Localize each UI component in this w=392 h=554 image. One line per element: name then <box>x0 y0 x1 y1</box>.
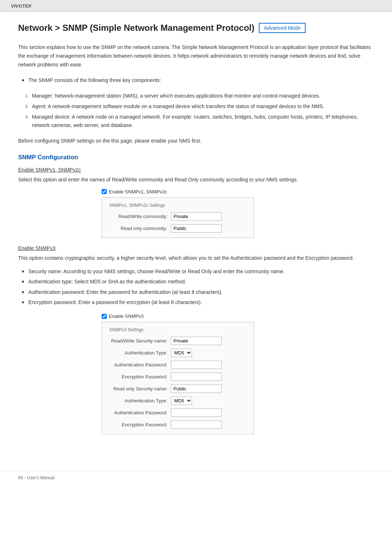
snmpv3-bullet-3: Encryption password: Enter a password fo… <box>22 298 374 306</box>
snmpv3-bullet-2: Authentication password: Enter the passw… <box>22 288 374 296</box>
snmp-bullet-item: The SNMP consists of the following three… <box>22 76 374 84</box>
snmpv3-ro-authtype-label: Authentication Type: <box>109 398 167 403</box>
snmpv3-rw-authpw-label: Authentication Password: <box>109 362 167 368</box>
list-item: 2. Agent: A network-management software … <box>25 102 374 111</box>
snmp-ordered-list: 1. Manager: Network-management station (… <box>18 92 374 130</box>
snmpv1-section: Enable SNMPv1, SNMPv2c Select this optio… <box>18 167 374 238</box>
snmpv3-description: This option contains cryptographic secur… <box>18 254 374 262</box>
snmpv3-rw-encpw-input[interactable] <box>171 373 222 381</box>
snmpv1-rw-row: Read/Write community: <box>109 212 246 221</box>
before-config-text: Before configuring SNMP settings on the … <box>18 137 374 145</box>
snmpv3-checkbox-label: Enable SNMPv3 <box>109 313 143 319</box>
top-bar: VIVOTEK <box>0 0 392 12</box>
snmpv3-ro-name-input[interactable] <box>171 385 222 393</box>
snmpv3-settings-block: Enable SNMPv3 SNMPv3 Settings Read/Write… <box>102 313 374 434</box>
snmpv3-rw-authtype-label: Authentication Type: <box>109 350 167 356</box>
snmpv3-ro-encpw-input[interactable] <box>171 420 222 429</box>
snmpv3-ro-authpw-input[interactable] <box>171 409 222 417</box>
snmpv3-bullet-0: Security name: According to your NMS set… <box>22 267 374 275</box>
page-header: Network > SNMP (Simple Network Managemen… <box>18 23 374 33</box>
snmpv3-rw-encpw-row: Encryption Password: <box>109 373 246 381</box>
snmpv1-settings-title: SNMPv1, SNMPv2c Settings <box>109 203 246 208</box>
advanced-mode-button[interactable]: Advanced Mode <box>259 23 306 33</box>
snmpv1-ro-input[interactable] <box>171 224 222 233</box>
snmpv3-bullets: Security name: According to your NMS set… <box>18 267 374 307</box>
snmpv3-checkbox-row[interactable]: Enable SNMPv3 <box>102 313 374 319</box>
snmpv3-ro-authtype-select[interactable]: MD5 SHA <box>171 397 192 405</box>
intro-paragraph: This section explains how to use the SNM… <box>18 43 374 69</box>
snmpv1-checkbox-label: Enable SNMPv1, SNMPv2c <box>109 189 167 194</box>
snmpv3-rw-name-input[interactable] <box>171 337 222 345</box>
list-text: Managed device: A network node on a mana… <box>32 113 374 130</box>
list-num: 2. <box>25 102 32 111</box>
snmpv3-rw-name-label: Read/Write Security name: <box>109 338 167 344</box>
footer-text: 66 - User's Manual <box>18 475 54 480</box>
main-content: Network > SNMP (Simple Network Managemen… <box>0 12 392 460</box>
snmpv3-checkbox[interactable] <box>102 314 107 319</box>
snmpv1-ro-row: Read only community: <box>109 224 246 233</box>
snmpv3-ro-encpw-row: Encryption Password: <box>109 420 246 429</box>
snmpv3-rw-encpw-label: Encryption Password: <box>109 374 167 379</box>
snmpv1-rw-label: Read/Write community: <box>109 214 167 219</box>
snmpv3-rw-authtype-select[interactable]: MD5 SHA <box>171 349 192 357</box>
snmpv1-settings-block: Enable SNMPv1, SNMPv2c SNMPv1, SNMPv2c S… <box>102 189 374 238</box>
snmpv3-rw-authtype-row: Authentication Type: MD5 SHA <box>109 349 246 357</box>
snmpv3-rw-name-row: Read/Write Security name: <box>109 337 246 345</box>
snmpv1-settings-box: SNMPv1, SNMPv2c Settings Read/Write comm… <box>102 197 254 238</box>
snmpv3-ro-encpw-label: Encryption Password: <box>109 422 167 427</box>
snmpv1-checkbox-row[interactable]: Enable SNMPv1, SNMPv2c <box>102 189 374 194</box>
list-text: Manager: Network-management station (NMS… <box>32 92 320 100</box>
list-text: Agent: A network-management software mod… <box>32 102 324 111</box>
snmpv1-ro-label: Read only community: <box>109 226 167 231</box>
page-footer: 66 - User's Manual <box>0 471 392 485</box>
list-num: 1. <box>25 92 32 100</box>
snmpv3-ro-name-row: Read only Security name: <box>109 385 246 393</box>
snmpv3-ro-authtype-row: Authentication Type: MD5 SHA <box>109 397 246 405</box>
brand-name: VIVOTEK <box>11 3 32 9</box>
list-num: 3. <box>25 113 32 130</box>
snmp-config-section-title: SNMP Configuration <box>18 154 374 161</box>
snmpv3-settings-title: SNMPv3 Settings <box>109 327 246 332</box>
snmp-components-list: The SNMP consists of the following three… <box>18 76 374 84</box>
snmpv3-ro-authpw-row: Authentication Password: <box>109 409 246 417</box>
list-item: 3. Managed device: A network node on a m… <box>25 113 374 130</box>
snmpv3-ro-name-label: Read only Security name: <box>109 386 167 391</box>
snmpv3-section: Enable SNMPv3 This option contains crypt… <box>18 245 374 435</box>
snmpv1-description: Select this option and enter the names o… <box>18 176 374 184</box>
snmpv3-ro-authpw-label: Authentication Password: <box>109 410 167 415</box>
snmpv1-title: Enable SNMPv1, SNMPv2c <box>18 167 374 173</box>
snmpv3-rw-authpw-input[interactable] <box>171 361 222 369</box>
snmpv3-settings-box: SNMPv3 Settings Read/Write Security name… <box>102 322 254 434</box>
snmpv1-rw-input[interactable] <box>171 212 222 221</box>
snmpv3-rw-authpw-row: Authentication Password: <box>109 361 246 369</box>
snmpv3-bullet-1: Authentication type: Select MD5 or SHA a… <box>22 278 374 286</box>
snmpv3-title: Enable SNMPv3 <box>18 245 374 251</box>
list-item: 1. Manager: Network-management station (… <box>25 92 374 100</box>
snmpv1-checkbox[interactable] <box>102 189 107 194</box>
page-title: Network > SNMP (Simple Network Managemen… <box>18 23 254 33</box>
